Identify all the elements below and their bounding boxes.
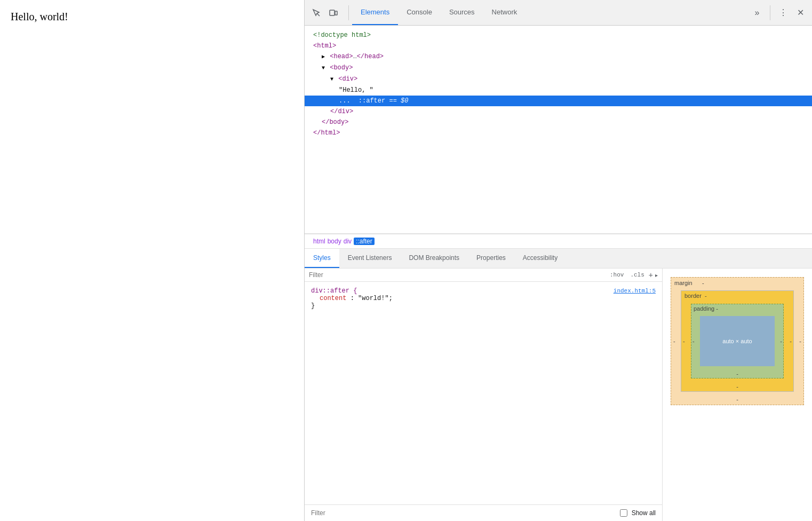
devtools-panel: Elements Console Sources Network » ⋮ ✕ <… xyxy=(304,0,812,521)
margin-label: margin xyxy=(674,280,692,286)
css-property-line: content : "world!"; xyxy=(311,295,656,302)
hello-world-text: Hello, world! xyxy=(11,11,68,22)
inspect-element-button[interactable] xyxy=(309,5,324,20)
css-prop-value: "world!"; xyxy=(358,295,393,302)
body-close-tag: </body> xyxy=(322,119,348,126)
box-model-diagram: margin - - - - border - - - - xyxy=(671,277,804,405)
tab-event-listeners[interactable]: Event Listeners xyxy=(339,249,401,268)
dom-line-div-close[interactable]: </div> xyxy=(305,106,812,117)
padding-left-value: - xyxy=(692,338,695,344)
css-close-brace: } xyxy=(311,302,656,310)
border-right-value: - xyxy=(790,338,792,344)
filter-bar: :hov .cls + ▸ xyxy=(305,269,662,282)
ellipsis-2: ... xyxy=(339,97,351,105)
border-top-value: - xyxy=(705,293,707,299)
border-label: border xyxy=(684,293,702,299)
breadcrumb-html[interactable]: html xyxy=(313,238,325,245)
dom-line-body-open[interactable]: ▼ <body> xyxy=(305,62,812,74)
div-open-tag: <div> xyxy=(338,75,357,83)
margin-top-value: - xyxy=(702,280,704,286)
css-rules-content[interactable]: div::after { index.html:5 content : "wor… xyxy=(305,282,662,504)
head-close-tag: </head> xyxy=(357,53,384,60)
tab-properties[interactable]: Properties xyxy=(468,249,514,268)
padding-box: padding - - - - auto × auto xyxy=(691,304,784,378)
padding-bottom-value: - xyxy=(736,370,738,377)
content-dimensions: auto × auto xyxy=(722,338,752,344)
tab-styles[interactable]: Styles xyxy=(305,249,339,268)
content-box: auto × auto xyxy=(700,316,775,366)
border-box: border - - - - padding - - - xyxy=(681,290,794,392)
margin-box: margin - - - - border - - - - xyxy=(671,277,804,405)
tab-elements[interactable]: Elements xyxy=(352,0,398,25)
show-all-label: Show all xyxy=(632,509,656,517)
new-style-rule-icon: ▸ xyxy=(655,272,658,278)
svg-rect-1 xyxy=(330,10,335,15)
css-colon: : xyxy=(351,295,358,302)
hov-button[interactable]: :hov xyxy=(608,271,626,279)
svg-line-0 xyxy=(317,13,320,16)
dom-tree[interactable]: <!doctype html> <html> ▶ <head>…</head> … xyxy=(305,26,812,234)
dom-line-after[interactable]: ... ::after == $0 xyxy=(305,96,812,106)
cls-button[interactable]: .cls xyxy=(628,271,646,279)
toolbar-right: » ⋮ ✕ xyxy=(750,5,808,20)
dom-line-hello-text[interactable]: "Hello, " xyxy=(305,85,812,96)
dom-line-div-open[interactable]: ▼ <div> xyxy=(305,74,812,85)
breadcrumb: html body div ::after xyxy=(305,234,812,249)
close-devtools-button[interactable]: ✕ xyxy=(793,5,808,20)
show-all-checkbox[interactable] xyxy=(620,509,627,517)
triangle-down-icon: ▼ xyxy=(322,65,325,71)
add-style-button[interactable]: + xyxy=(649,271,653,279)
tab-accessibility[interactable]: Accessibility xyxy=(514,249,566,268)
dom-line-head[interactable]: ▶ <head>…</head> xyxy=(305,51,812,62)
doctype-text: <!doctype html> xyxy=(313,31,371,39)
bottom-filter-bar: Show all xyxy=(305,504,662,521)
dom-line-html-close[interactable]: </html> xyxy=(305,128,812,138)
triangle-down-icon-2: ▼ xyxy=(330,76,333,82)
styles-filter-input[interactable] xyxy=(309,271,608,279)
dom-line-doctype[interactable]: <!doctype html> xyxy=(305,30,812,41)
body-open-tag: <body> xyxy=(330,64,353,72)
dom-line-body-close[interactable]: </body> xyxy=(305,117,812,128)
breadcrumb-after[interactable]: ::after xyxy=(354,238,375,245)
css-source-link[interactable]: index.html:5 xyxy=(614,288,656,294)
css-selector: div::after { xyxy=(311,287,357,295)
css-selector-line: div::after { index.html:5 xyxy=(311,287,656,295)
tab-sources[interactable]: Sources xyxy=(441,0,483,25)
breadcrumb-div[interactable]: div xyxy=(344,238,352,245)
div-close-tag: </div> xyxy=(330,108,353,115)
hello-string: "Hello, " xyxy=(339,86,373,94)
margin-right-value: - xyxy=(799,338,801,344)
breadcrumb-body[interactable]: body xyxy=(328,238,341,245)
toolbar-separator xyxy=(348,5,349,20)
eq-sign: == xyxy=(389,97,401,105)
more-tabs-button[interactable]: » xyxy=(750,5,765,20)
devtools-tabs: Elements Console Sources Network xyxy=(352,0,750,25)
padding-right-value: - xyxy=(780,338,782,344)
devtools-toolbar: Elements Console Sources Network » ⋮ ✕ xyxy=(305,0,812,26)
filter-buttons: :hov .cls + ▸ xyxy=(608,271,658,279)
html-open-tag: <html> xyxy=(313,42,336,50)
tab-dom-breakpoints[interactable]: DOM Breakpoints xyxy=(400,249,468,268)
border-bottom-value: - xyxy=(736,383,738,390)
page-content: Hello, world! xyxy=(0,0,304,521)
tab-console[interactable]: Console xyxy=(398,0,441,25)
devtools-menu-button[interactable]: ⋮ xyxy=(776,5,791,20)
css-prop-name: content xyxy=(320,295,346,302)
styles-tabs: Styles Event Listeners DOM Breakpoints P… xyxy=(305,249,812,269)
triangle-icon: ▶ xyxy=(322,54,325,60)
dollar-zero: $0 xyxy=(401,97,408,105)
tab-network[interactable]: Network xyxy=(483,0,526,25)
html-close-tag: </html> xyxy=(313,129,340,137)
head-tag: <head> xyxy=(330,53,353,60)
margin-left-value: - xyxy=(673,338,675,344)
bottom-filter-input[interactable] xyxy=(311,509,616,517)
margin-bottom-value: - xyxy=(736,396,738,402)
box-model: margin - - - - border - - - - xyxy=(663,269,812,521)
toolbar-left-icons xyxy=(309,5,341,20)
dom-line-html-open[interactable]: <html> xyxy=(305,41,812,51)
styles-content: :hov .cls + ▸ div::after { index.html:5 xyxy=(305,269,812,521)
device-toolbar-button[interactable] xyxy=(326,5,341,20)
toolbar-separator-2 xyxy=(770,5,770,20)
svg-rect-2 xyxy=(335,11,337,15)
pseudo-after: ::after xyxy=(359,97,385,105)
